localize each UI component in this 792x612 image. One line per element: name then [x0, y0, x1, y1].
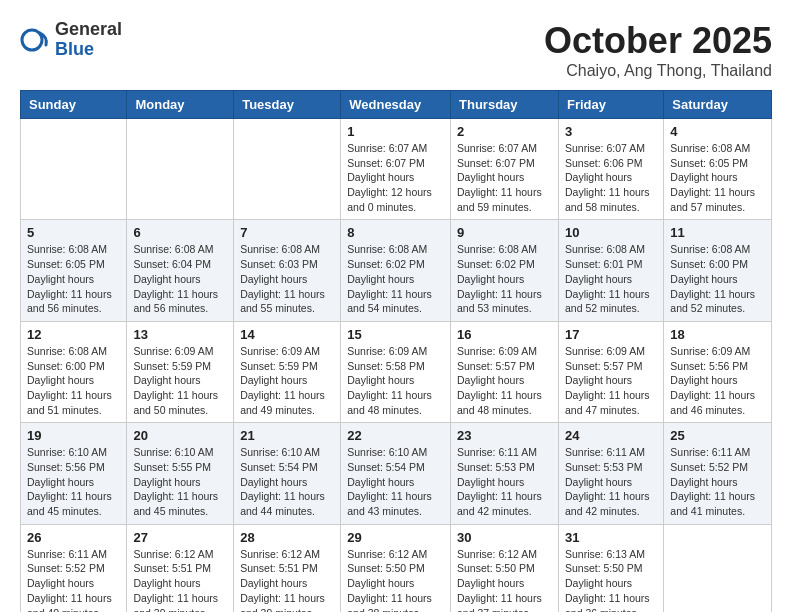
day-info: Sunrise: 6:09 AMSunset: 5:57 PMDaylight …	[457, 344, 552, 417]
day-number: 13	[133, 327, 227, 342]
day-info: Sunrise: 6:12 AMSunset: 5:50 PMDaylight …	[347, 547, 444, 612]
calendar-cell: 5Sunrise: 6:08 AMSunset: 6:05 PMDaylight…	[21, 220, 127, 321]
day-number: 10	[565, 225, 657, 240]
day-info: Sunrise: 6:09 AMSunset: 5:58 PMDaylight …	[347, 344, 444, 417]
calendar-cell: 3Sunrise: 6:07 AMSunset: 6:06 PMDaylight…	[558, 119, 663, 220]
calendar-week-row: 26Sunrise: 6:11 AMSunset: 5:52 PMDayligh…	[21, 524, 772, 612]
day-number: 31	[565, 530, 657, 545]
day-info: Sunrise: 6:10 AMSunset: 5:55 PMDaylight …	[133, 445, 227, 518]
calendar-cell: 28Sunrise: 6:12 AMSunset: 5:51 PMDayligh…	[234, 524, 341, 612]
day-info: Sunrise: 6:07 AMSunset: 6:07 PMDaylight …	[347, 141, 444, 214]
calendar-cell: 6Sunrise: 6:08 AMSunset: 6:04 PMDaylight…	[127, 220, 234, 321]
calendar-cell: 14Sunrise: 6:09 AMSunset: 5:59 PMDayligh…	[234, 321, 341, 422]
month-title: October 2025	[544, 20, 772, 62]
day-number: 29	[347, 530, 444, 545]
calendar-cell: 11Sunrise: 6:08 AMSunset: 6:00 PMDayligh…	[664, 220, 772, 321]
day-number: 7	[240, 225, 334, 240]
day-info: Sunrise: 6:10 AMSunset: 5:54 PMDaylight …	[240, 445, 334, 518]
day-number: 25	[670, 428, 765, 443]
calendar-cell: 20Sunrise: 6:10 AMSunset: 5:55 PMDayligh…	[127, 423, 234, 524]
calendar-cell: 22Sunrise: 6:10 AMSunset: 5:54 PMDayligh…	[341, 423, 451, 524]
day-info: Sunrise: 6:08 AMSunset: 6:02 PMDaylight …	[347, 242, 444, 315]
logo-blue: Blue	[55, 40, 122, 60]
day-number: 1	[347, 124, 444, 139]
day-info: Sunrise: 6:08 AMSunset: 6:01 PMDaylight …	[565, 242, 657, 315]
day-info: Sunrise: 6:08 AMSunset: 6:02 PMDaylight …	[457, 242, 552, 315]
day-number: 11	[670, 225, 765, 240]
logo-text: General Blue	[55, 20, 122, 60]
logo: General Blue	[20, 20, 122, 60]
day-info: Sunrise: 6:11 AMSunset: 5:53 PMDaylight …	[565, 445, 657, 518]
day-number: 28	[240, 530, 334, 545]
calendar-cell: 21Sunrise: 6:10 AMSunset: 5:54 PMDayligh…	[234, 423, 341, 524]
day-number: 30	[457, 530, 552, 545]
weekday-header: Sunday	[21, 91, 127, 119]
calendar-cell: 23Sunrise: 6:11 AMSunset: 5:53 PMDayligh…	[451, 423, 559, 524]
weekday-header: Tuesday	[234, 91, 341, 119]
weekday-header: Monday	[127, 91, 234, 119]
calendar-table: SundayMondayTuesdayWednesdayThursdayFrid…	[20, 90, 772, 612]
calendar-week-row: 12Sunrise: 6:08 AMSunset: 6:00 PMDayligh…	[21, 321, 772, 422]
calendar-cell	[21, 119, 127, 220]
day-number: 2	[457, 124, 552, 139]
title-block: October 2025 Chaiyo, Ang Thong, Thailand	[544, 20, 772, 80]
day-info: Sunrise: 6:12 AMSunset: 5:51 PMDaylight …	[133, 547, 227, 612]
calendar-cell	[127, 119, 234, 220]
calendar-cell: 30Sunrise: 6:12 AMSunset: 5:50 PMDayligh…	[451, 524, 559, 612]
day-number: 17	[565, 327, 657, 342]
day-number: 3	[565, 124, 657, 139]
calendar-week-row: 1Sunrise: 6:07 AMSunset: 6:07 PMDaylight…	[21, 119, 772, 220]
weekday-header-row: SundayMondayTuesdayWednesdayThursdayFrid…	[21, 91, 772, 119]
day-number: 15	[347, 327, 444, 342]
calendar-cell: 26Sunrise: 6:11 AMSunset: 5:52 PMDayligh…	[21, 524, 127, 612]
day-number: 6	[133, 225, 227, 240]
day-info: Sunrise: 6:11 AMSunset: 5:53 PMDaylight …	[457, 445, 552, 518]
calendar-cell: 15Sunrise: 6:09 AMSunset: 5:58 PMDayligh…	[341, 321, 451, 422]
day-number: 24	[565, 428, 657, 443]
calendar-cell: 16Sunrise: 6:09 AMSunset: 5:57 PMDayligh…	[451, 321, 559, 422]
calendar-cell: 24Sunrise: 6:11 AMSunset: 5:53 PMDayligh…	[558, 423, 663, 524]
day-number: 19	[27, 428, 120, 443]
day-info: Sunrise: 6:08 AMSunset: 6:04 PMDaylight …	[133, 242, 227, 315]
calendar-cell	[664, 524, 772, 612]
calendar-cell: 19Sunrise: 6:10 AMSunset: 5:56 PMDayligh…	[21, 423, 127, 524]
calendar-week-row: 19Sunrise: 6:10 AMSunset: 5:56 PMDayligh…	[21, 423, 772, 524]
calendar-cell: 13Sunrise: 6:09 AMSunset: 5:59 PMDayligh…	[127, 321, 234, 422]
day-number: 14	[240, 327, 334, 342]
day-info: Sunrise: 6:12 AMSunset: 5:51 PMDaylight …	[240, 547, 334, 612]
day-info: Sunrise: 6:09 AMSunset: 5:56 PMDaylight …	[670, 344, 765, 417]
calendar-cell: 10Sunrise: 6:08 AMSunset: 6:01 PMDayligh…	[558, 220, 663, 321]
calendar-cell: 17Sunrise: 6:09 AMSunset: 5:57 PMDayligh…	[558, 321, 663, 422]
calendar-cell: 9Sunrise: 6:08 AMSunset: 6:02 PMDaylight…	[451, 220, 559, 321]
calendar-cell: 8Sunrise: 6:08 AMSunset: 6:02 PMDaylight…	[341, 220, 451, 321]
day-number: 21	[240, 428, 334, 443]
day-info: Sunrise: 6:09 AMSunset: 5:57 PMDaylight …	[565, 344, 657, 417]
day-info: Sunrise: 6:09 AMSunset: 5:59 PMDaylight …	[133, 344, 227, 417]
weekday-header: Wednesday	[341, 91, 451, 119]
day-info: Sunrise: 6:13 AMSunset: 5:50 PMDaylight …	[565, 547, 657, 612]
day-info: Sunrise: 6:08 AMSunset: 6:03 PMDaylight …	[240, 242, 334, 315]
calendar-cell: 4Sunrise: 6:08 AMSunset: 6:05 PMDaylight…	[664, 119, 772, 220]
day-number: 27	[133, 530, 227, 545]
day-info: Sunrise: 6:11 AMSunset: 5:52 PMDaylight …	[670, 445, 765, 518]
calendar-cell	[234, 119, 341, 220]
day-info: Sunrise: 6:10 AMSunset: 5:54 PMDaylight …	[347, 445, 444, 518]
day-number: 18	[670, 327, 765, 342]
calendar-cell: 1Sunrise: 6:07 AMSunset: 6:07 PMDaylight…	[341, 119, 451, 220]
calendar-week-row: 5Sunrise: 6:08 AMSunset: 6:05 PMDaylight…	[21, 220, 772, 321]
day-info: Sunrise: 6:09 AMSunset: 5:59 PMDaylight …	[240, 344, 334, 417]
calendar-cell: 27Sunrise: 6:12 AMSunset: 5:51 PMDayligh…	[127, 524, 234, 612]
day-info: Sunrise: 6:08 AMSunset: 6:05 PMDaylight …	[670, 141, 765, 214]
day-info: Sunrise: 6:10 AMSunset: 5:56 PMDaylight …	[27, 445, 120, 518]
day-info: Sunrise: 6:12 AMSunset: 5:50 PMDaylight …	[457, 547, 552, 612]
weekday-header: Friday	[558, 91, 663, 119]
location-subtitle: Chaiyo, Ang Thong, Thailand	[544, 62, 772, 80]
day-info: Sunrise: 6:08 AMSunset: 6:05 PMDaylight …	[27, 242, 120, 315]
day-info: Sunrise: 6:11 AMSunset: 5:52 PMDaylight …	[27, 547, 120, 612]
day-number: 20	[133, 428, 227, 443]
day-info: Sunrise: 6:08 AMSunset: 6:00 PMDaylight …	[670, 242, 765, 315]
day-number: 23	[457, 428, 552, 443]
day-number: 12	[27, 327, 120, 342]
page-header: General Blue October 2025 Chaiyo, Ang Th…	[20, 20, 772, 80]
calendar-cell: 25Sunrise: 6:11 AMSunset: 5:52 PMDayligh…	[664, 423, 772, 524]
